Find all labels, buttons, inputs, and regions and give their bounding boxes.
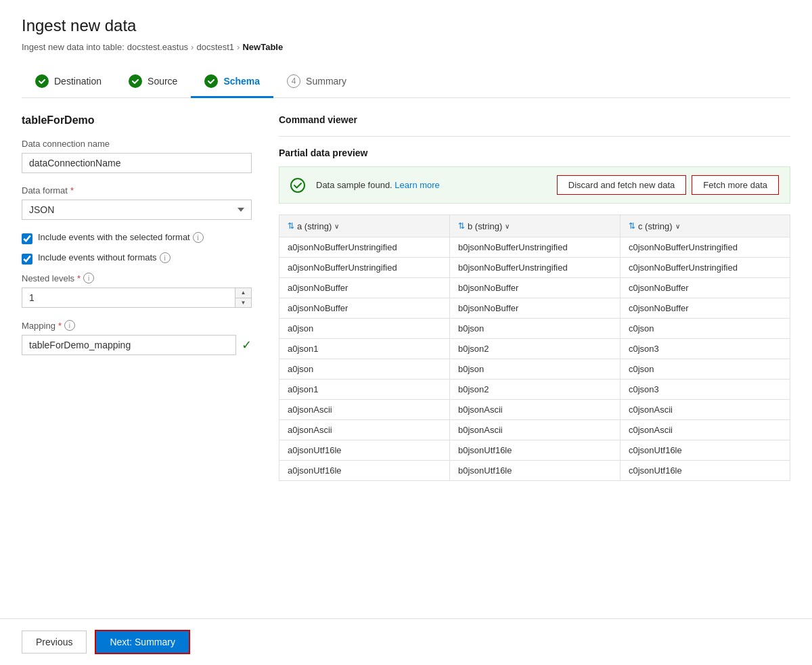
schema-check-icon xyxy=(204,74,218,88)
tab-summary[interactable]: 4 Summary xyxy=(273,66,360,98)
cell-c: c0jsonAscii xyxy=(620,399,790,419)
cell-b: b0jsonUtf16le xyxy=(449,460,620,480)
source-check-icon xyxy=(129,74,142,88)
data-table: ⇅ a (string) ∨ ⇅ b (string) ∨ xyxy=(279,214,790,481)
col-a-sort-icon: ⇅ xyxy=(288,221,294,231)
col-a-header[interactable]: ⇅ a (string) ∨ xyxy=(279,215,450,237)
sample-check-icon xyxy=(290,178,305,193)
col-a-chevron-icon: ∨ xyxy=(334,223,339,230)
nested-levels-label: Nested levels * i xyxy=(22,273,252,283)
breadcrumb-prefix: Ingest new data into table: xyxy=(22,42,125,52)
data-format-group: Data format * JSON CSV TSV Parquet xyxy=(22,185,252,220)
include-selected-format-row: Include events with the selected format … xyxy=(22,232,252,244)
cell-a: a0json xyxy=(279,359,450,379)
partial-preview-label: Partial data preview xyxy=(279,147,790,158)
mapping-info-icon[interactable]: i xyxy=(64,320,75,331)
cell-b: b0jsonNoBuffer xyxy=(449,298,620,318)
nested-levels-info-icon[interactable]: i xyxy=(83,273,94,283)
table-header: ⇅ a (string) ∨ ⇅ b (string) ∨ xyxy=(279,215,790,237)
mapping-required: * xyxy=(58,321,62,331)
spinner-up-button[interactable]: ▲ xyxy=(235,288,251,298)
svg-point-0 xyxy=(291,179,304,192)
cell-a: a0jsonNoBuffer xyxy=(279,298,450,318)
table-row: a0jsonUtf16leb0jsonUtf16lec0jsonUtf16le xyxy=(279,440,790,460)
previous-button[interactable]: Previous xyxy=(22,630,87,653)
cell-b: b0json2 xyxy=(449,338,620,359)
col-b-chevron-icon: ∨ xyxy=(505,223,510,230)
page-title: Ingest new data xyxy=(22,16,790,35)
command-viewer-divider xyxy=(279,136,790,137)
left-panel: tableForDemo Data connection name Data f… xyxy=(22,114,252,481)
table-row: a0jsonUtf16leb0jsonUtf16lec0jsonUtf16le xyxy=(279,460,790,480)
cell-a: a0json1 xyxy=(279,379,450,399)
cell-c: c0jsonNoBuffer xyxy=(620,298,790,318)
col-b-sort: ⇅ b (string) ∨ xyxy=(458,221,510,231)
tab-source[interactable]: Source xyxy=(115,66,191,98)
nested-levels-wrapper: ▲ ▼ xyxy=(22,288,252,308)
cell-b: b0jsonNoBufferUnstringified xyxy=(449,237,620,257)
data-format-required: * xyxy=(70,185,74,196)
table-row: a0json1b0json2c0json3 xyxy=(279,379,790,399)
include-without-formats-checkbox[interactable] xyxy=(22,254,32,265)
col-b-sort-icon: ⇅ xyxy=(458,221,465,231)
tab-destination[interactable]: Destination xyxy=(22,66,115,98)
data-format-select[interactable]: JSON CSV TSV Parquet xyxy=(22,200,252,220)
cell-b: b0jsonUtf16le xyxy=(449,440,620,460)
main-content: tableForDemo Data connection name Data f… xyxy=(22,114,790,481)
mapping-input[interactable] xyxy=(22,335,236,355)
summary-number: 4 xyxy=(287,74,300,88)
cell-a: a0jsonAscii xyxy=(279,419,450,440)
tab-summary-label: Summary xyxy=(306,76,346,87)
tab-schema[interactable]: Schema xyxy=(191,66,273,98)
table-row: a0jsonb0jsonc0json xyxy=(279,359,790,379)
col-b-header[interactable]: ⇅ b (string) ∨ xyxy=(449,215,620,237)
cell-b: b0jsonNoBuffer xyxy=(449,277,620,298)
tab-source-label: Source xyxy=(148,76,177,87)
table-row: a0json1b0json2c0json3 xyxy=(279,338,790,359)
action-buttons: Discard and fetch new data Fetch more da… xyxy=(557,175,779,195)
breadcrumb-sep1: › xyxy=(191,42,194,52)
breadcrumb: Ingest new data into table: docstest.eas… xyxy=(22,42,790,52)
breadcrumb-database: docstest1 xyxy=(196,42,234,52)
cell-b: b0json xyxy=(449,318,620,338)
breadcrumb-cluster: docstest.eastus xyxy=(127,42,188,52)
cell-a: a0jsonNoBufferUnstringified xyxy=(279,257,450,277)
include-without-formats-info-icon[interactable]: i xyxy=(160,252,171,263)
data-connection-name-group: Data connection name xyxy=(22,139,252,173)
mapping-row: ✓ xyxy=(22,335,252,355)
table-section-title: tableForDemo xyxy=(22,114,252,127)
data-connection-name-label: Data connection name xyxy=(22,139,252,149)
fetch-more-button[interactable]: Fetch more data xyxy=(692,175,779,195)
learn-more-link[interactable]: Learn more xyxy=(394,180,439,190)
mapping-label: Mapping * i xyxy=(22,320,252,331)
next-summary-button[interactable]: Next: Summary xyxy=(95,630,189,654)
nested-levels-group: Nested levels * i ▲ ▼ xyxy=(22,273,252,308)
cell-b: b0json2 xyxy=(449,379,620,399)
cell-a: a0json1 xyxy=(279,338,450,359)
cell-b: b0jsonNoBufferUnstringified xyxy=(449,257,620,277)
data-connection-name-input[interactable] xyxy=(22,153,252,173)
breadcrumb-sep2: › xyxy=(237,42,240,52)
cell-c: c0json xyxy=(620,359,790,379)
discard-fetch-button[interactable]: Discard and fetch new data xyxy=(557,175,687,195)
cell-c: c0jsonAscii xyxy=(620,419,790,440)
cell-c: c0json3 xyxy=(620,338,790,359)
footer: Previous Next: Summary xyxy=(0,618,812,665)
mapping-check-icon: ✓ xyxy=(242,338,252,352)
spinner-down-button[interactable]: ▼ xyxy=(235,298,251,308)
wizard-tabs: Destination Source Schema 4 Summary xyxy=(22,66,790,98)
include-selected-format-info-icon[interactable]: i xyxy=(193,232,204,243)
cell-a: a0json xyxy=(279,318,450,338)
cell-c: c0jsonNoBuffer xyxy=(620,277,790,298)
col-c-header[interactable]: ⇅ c (string) ∨ xyxy=(620,215,790,237)
breadcrumb-table: NewTable xyxy=(242,42,283,52)
include-selected-format-checkbox[interactable] xyxy=(22,233,32,244)
nested-levels-input[interactable] xyxy=(22,288,252,308)
cell-b: b0jsonAscii xyxy=(449,419,620,440)
right-panel: Command viewer Partial data preview Data… xyxy=(279,114,790,481)
data-sample-bar: Data sample found. Learn more Discard an… xyxy=(279,166,790,204)
col-c-sort: ⇅ c (string) ∨ xyxy=(629,221,680,231)
cell-a: a0jsonNoBufferUnstringified xyxy=(279,237,450,257)
table-row: a0jsonNoBufferb0jsonNoBufferc0jsonNoBuff… xyxy=(279,298,790,318)
cell-c: c0json3 xyxy=(620,379,790,399)
